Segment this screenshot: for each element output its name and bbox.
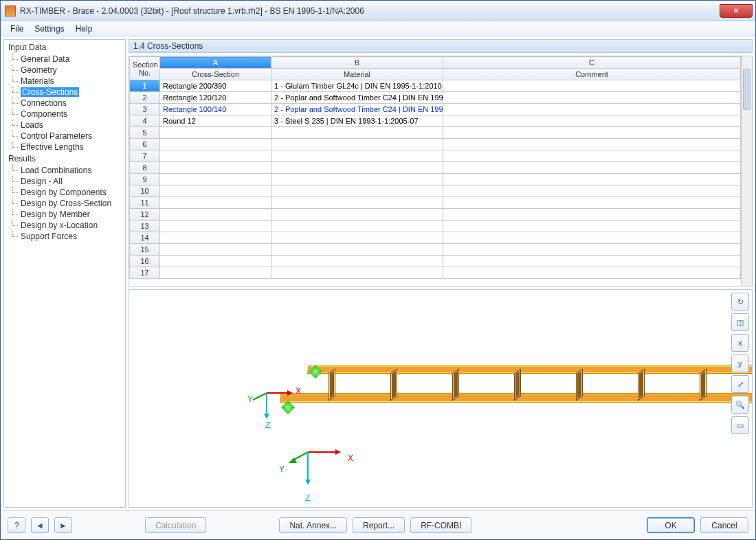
help-button[interactable]: ? xyxy=(8,517,25,533)
cell[interactable]: 2 - Poplar and Softwood Timber C24 | DIN… xyxy=(271,104,443,115)
cell[interactable] xyxy=(271,185,443,197)
tree-item-design-by-cross-section[interactable]: Design by Cross-Section xyxy=(8,198,125,209)
model-viewport[interactable]: X Y Z X Y Z ↻ ◫ x y ⤢ xyxy=(129,289,753,508)
tree-item-materials[interactable]: Materials xyxy=(8,76,125,87)
tree-item-design-all[interactable]: Design - All xyxy=(8,176,125,187)
cell[interactable] xyxy=(443,92,741,104)
cell[interactable] xyxy=(443,127,741,139)
tool-numeric[interactable]: ▭ xyxy=(731,416,749,434)
cell[interactable] xyxy=(443,80,741,92)
tree-item-general-data[interactable]: General Data xyxy=(8,54,125,65)
tool-restore[interactable]: ⤢ xyxy=(731,375,749,393)
cell[interactable] xyxy=(160,162,271,174)
next-button[interactable]: ► xyxy=(54,517,72,533)
cell[interactable] xyxy=(160,232,271,244)
cell[interactable] xyxy=(443,221,741,232)
row-number[interactable]: 16 xyxy=(130,256,160,267)
tool-view-x[interactable]: x xyxy=(731,334,749,352)
table-row[interactable]: 14 xyxy=(130,232,741,244)
cell[interactable]: Rectangle 200/390 xyxy=(160,80,271,92)
row-number[interactable]: 14 xyxy=(130,232,160,244)
cell[interactable] xyxy=(271,127,443,139)
tree-item-connections[interactable]: Connections xyxy=(8,98,125,109)
col-header-material[interactable]: Material xyxy=(271,69,443,80)
cell[interactable] xyxy=(271,139,443,150)
table-row[interactable]: 2Rectangle 120/1202 - Poplar and Softwoo… xyxy=(130,92,741,104)
table-row[interactable]: 16 xyxy=(130,256,741,267)
cell[interactable] xyxy=(443,115,741,127)
ok-button[interactable]: OK xyxy=(647,517,695,533)
cell[interactable] xyxy=(271,221,443,232)
tool-rotate[interactable]: ↻ xyxy=(731,293,749,311)
cell[interactable] xyxy=(443,104,741,115)
cell[interactable]: 3 - Steel S 235 | DIN EN 1993-1-1:2005-0… xyxy=(271,115,443,127)
tree-item-cross-sections[interactable]: Cross-Sections xyxy=(8,87,125,98)
col-letter-c[interactable]: C xyxy=(443,57,741,69)
table-row[interactable]: 12 xyxy=(130,209,741,221)
table-row[interactable]: 6 xyxy=(130,139,741,150)
tree-item-control-parameters[interactable]: Control Parameters xyxy=(8,131,125,142)
cell[interactable] xyxy=(271,162,443,174)
row-number[interactable]: 5 xyxy=(130,127,160,139)
report-button[interactable]: Report... xyxy=(353,517,405,533)
col-header-comment[interactable]: Comment xyxy=(443,69,741,80)
col-letter-a[interactable]: A xyxy=(160,57,271,69)
tool-iso[interactable]: ◫ xyxy=(731,313,749,331)
calculation-button[interactable]: Calculation xyxy=(145,517,206,533)
row-number[interactable]: 8 xyxy=(130,162,160,174)
tree-item-load-combinations[interactable]: Load Combinations xyxy=(8,165,125,176)
cell[interactable] xyxy=(443,162,741,174)
row-number[interactable]: 2 xyxy=(130,92,160,104)
row-number[interactable]: 7 xyxy=(130,150,160,162)
row-number[interactable]: 12 xyxy=(130,209,160,221)
cell[interactable]: Round 12 xyxy=(160,115,271,127)
table-row[interactable]: 10 xyxy=(130,185,741,197)
table-row[interactable]: 17 xyxy=(130,267,741,279)
close-button[interactable]: ✕ xyxy=(720,4,753,18)
cell[interactable]: 2 - Poplar and Softwood Timber C24 | DIN… xyxy=(271,92,443,104)
tool-zoom[interactable]: 🔍 xyxy=(731,396,749,414)
nat-annex-button[interactable]: Nat. Annex... xyxy=(279,517,347,533)
cell[interactable]: Rectangle 100/140 xyxy=(160,104,271,115)
cell[interactable] xyxy=(443,256,741,267)
cell[interactable] xyxy=(443,150,741,162)
cell[interactable] xyxy=(443,174,741,185)
row-number[interactable]: 11 xyxy=(130,197,160,209)
cell[interactable] xyxy=(160,221,271,232)
cell[interactable] xyxy=(160,209,271,221)
table-row[interactable]: 1Rectangle 200/3901 - Glulam Timber GL24… xyxy=(130,80,741,92)
cell[interactable] xyxy=(443,244,741,256)
cell[interactable] xyxy=(160,127,271,139)
tool-view-y[interactable]: y xyxy=(731,355,749,372)
cell[interactable] xyxy=(443,139,741,150)
menu-file[interactable]: File xyxy=(5,23,29,35)
row-number[interactable]: 17 xyxy=(130,267,160,279)
menu-help[interactable]: Help xyxy=(70,23,98,35)
cell[interactable] xyxy=(443,197,741,209)
cross-sections-grid[interactable]: Section No. A B C Cross-Section Material… xyxy=(129,56,753,286)
cell[interactable] xyxy=(160,197,271,209)
row-number[interactable]: 6 xyxy=(130,139,160,150)
cell[interactable] xyxy=(271,209,443,221)
rf-combi-button[interactable]: RF-COMBI xyxy=(410,517,471,533)
col-letter-b[interactable]: B xyxy=(271,57,443,69)
cell[interactable] xyxy=(160,139,271,150)
tree-item-effective-lengths[interactable]: Effective Lengths xyxy=(8,142,125,153)
grid-scrollbar[interactable] xyxy=(741,56,752,286)
cell[interactable] xyxy=(443,209,741,221)
cell[interactable]: Rectangle 120/120 xyxy=(160,92,271,104)
tree-item-design-by-x-location[interactable]: Design by x-Location xyxy=(8,220,125,231)
cell[interactable] xyxy=(160,185,271,197)
cell[interactable] xyxy=(443,185,741,197)
tree-item-design-by-components[interactable]: Design by Components xyxy=(8,187,125,198)
table-row[interactable]: 7 xyxy=(130,150,741,162)
row-number[interactable]: 3 xyxy=(130,104,160,115)
cell[interactable] xyxy=(271,244,443,256)
cell[interactable] xyxy=(160,267,271,279)
table-row[interactable]: 9 xyxy=(130,174,741,185)
row-number[interactable]: 10 xyxy=(130,185,160,197)
table-row[interactable]: 11 xyxy=(130,197,741,209)
cell[interactable] xyxy=(443,267,741,279)
scrollbar-thumb[interactable] xyxy=(743,69,751,110)
menu-settings[interactable]: Settings xyxy=(29,23,69,35)
